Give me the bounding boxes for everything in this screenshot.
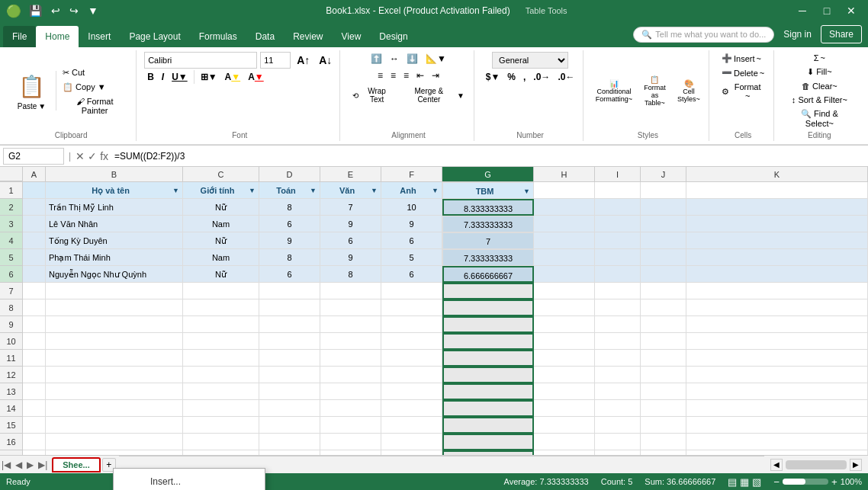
cell-a15[interactable] [23,417,46,434]
cell-j12[interactable] [641,367,686,383]
cell-a8[interactable] [23,299,46,316]
cell-i12[interactable] [595,367,641,383]
name-box[interactable] [3,148,64,165]
cell-g7[interactable] [442,283,534,299]
cell-b10[interactable] [46,333,183,350]
col-header-a[interactable]: A [23,167,46,181]
cell-e3[interactable]: 9 [320,216,381,232]
cell-k2[interactable] [686,199,868,216]
underline-button[interactable]: U▼ [169,70,191,84]
cell-i5[interactable] [595,249,641,266]
text-angle-button[interactable]: 📐▼ [423,52,449,66]
cell-d6[interactable]: 6 [259,266,320,283]
cell-c2[interactable]: Nữ [183,199,259,216]
cell-b8[interactable] [46,299,183,316]
cell-i7[interactable] [595,283,641,299]
cell-e4[interactable]: 6 [320,232,381,249]
cell-b9[interactable] [46,316,183,333]
cell-c4[interactable]: Nữ [183,232,259,249]
cell-j16[interactable] [641,434,686,450]
cell-e8[interactable] [320,299,381,316]
font-name-input[interactable] [144,52,257,69]
cell-e13[interactable] [320,383,381,400]
cell-c9[interactable] [183,316,259,333]
row-num-14[interactable]: 14 [0,400,22,417]
cell-h15[interactable] [534,417,595,434]
sheet-tab-sheet1[interactable]: Shee... [52,457,100,472]
redo-button[interactable]: ↪ [66,3,82,18]
font-size-increase-button[interactable]: A↑ [294,53,313,68]
cell-h16[interactable] [534,434,595,450]
comma-button[interactable]: , [520,70,529,84]
format-as-table-button[interactable]: 📋 Format asTable~ [637,73,674,109]
cell-i2[interactable] [595,199,641,216]
cell-i11[interactable] [595,350,641,367]
cell-h10[interactable] [534,333,595,350]
cell-f16[interactable] [381,434,442,450]
cell-j13[interactable] [641,383,686,400]
cell-e14[interactable] [320,400,381,417]
cell-f14[interactable] [381,400,442,417]
format-painter-button[interactable]: 🖌 Format Painter [59,95,130,117]
cell-g5[interactable]: 7.333333333 [442,249,534,266]
cell-h6[interactable] [534,266,595,283]
cell-i8[interactable] [595,299,641,316]
cell-h8[interactable] [534,299,595,316]
cell-f8[interactable] [381,299,442,316]
delete-cells-button[interactable]: ➖ Delete ~ [719,66,767,79]
cell-h14[interactable] [534,400,595,417]
cell-h5[interactable] [534,249,595,266]
cell-d13[interactable] [259,383,320,400]
row-num-15[interactable]: 15 [0,417,22,434]
cell-k7[interactable] [686,283,868,299]
find-select-button[interactable]: 🔍 Find & Select~ [783,107,856,130]
cell-g15[interactable] [442,417,534,434]
row-num-12[interactable]: 12 [0,367,22,383]
cell-j11[interactable] [641,350,686,367]
align-left-button[interactable]: ≡ [375,69,386,82]
cell-j10[interactable] [641,333,686,350]
align-right-button[interactable]: ≡ [400,69,412,82]
scroll-left-button[interactable]: ◀ [770,459,783,471]
cell-h3[interactable] [534,216,595,232]
scroll-bar-thumb[interactable] [786,460,847,469]
cell-j14[interactable] [641,400,686,417]
cell-e5[interactable]: 9 [320,249,381,266]
cell-a1[interactable] [23,182,46,199]
cell-a9[interactable] [23,316,46,333]
scroll-right-button[interactable]: ▶ [850,459,862,471]
cell-c11[interactable] [183,350,259,367]
cell-k11[interactable] [686,350,868,367]
filter-e1-icon[interactable]: ▼ [371,182,378,199]
cell-i16[interactable] [595,434,641,450]
cell-k6[interactable] [686,266,868,283]
cell-k5[interactable] [686,249,868,266]
cell-g3[interactable]: 7.333333333 [442,216,534,232]
row-num-5[interactable]: 5 [0,249,22,266]
tab-file[interactable]: File [3,26,36,47]
cell-a4[interactable] [23,232,46,249]
cell-f11[interactable] [381,350,442,367]
paste-button[interactable]: 📋 [12,71,51,102]
cell-f5[interactable]: 5 [381,249,442,266]
tab-review[interactable]: Review [284,26,332,47]
cell-d16[interactable] [259,434,320,450]
cell-d3[interactable]: 6 [259,216,320,232]
cell-d5[interactable]: 8 [259,249,320,266]
tab-home[interactable]: Home [36,26,79,47]
tab-data[interactable]: Data [246,26,284,47]
ribbon-search-box[interactable]: 🔍 Tell me what you want to do... [633,27,774,43]
cell-k4[interactable] [686,232,868,249]
cell-a2[interactable] [23,199,46,216]
font-size-input[interactable] [260,52,291,69]
cell-f4[interactable]: 6 [381,232,442,249]
cell-c16[interactable] [183,434,259,450]
cell-j8[interactable] [641,299,686,316]
cell-c14[interactable] [183,400,259,417]
fill-color-button[interactable]: A▼ [222,70,244,84]
cell-b14[interactable] [46,400,183,417]
tab-prev-button[interactable]: ◀ [14,458,24,472]
cell-i6[interactable] [595,266,641,283]
page-break-view-button[interactable]: ▧ [752,476,761,488]
cell-d12[interactable] [259,367,320,383]
